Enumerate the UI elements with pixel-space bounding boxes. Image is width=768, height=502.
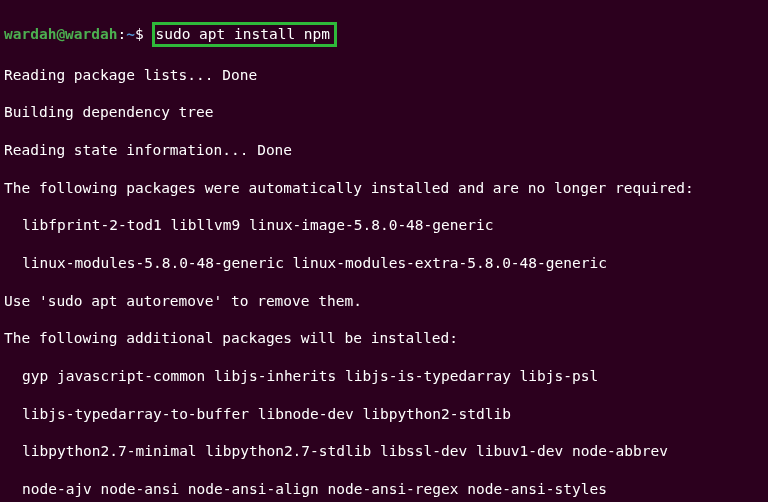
- command-highlight-box: sudo apt install npm: [152, 22, 337, 47]
- output-line: gyp javascript-common libjs-inherits lib…: [4, 367, 764, 386]
- output-line: linux-modules-5.8.0-48-generic linux-mod…: [4, 254, 764, 273]
- output-line: libfprint-2-tod1 libllvm9 linux-image-5.…: [4, 216, 764, 235]
- output-line: node-ajv node-ansi node-ansi-align node-…: [4, 480, 764, 499]
- output-line: libjs-typedarray-to-buffer libnode-dev l…: [4, 405, 764, 424]
- command-text[interactable]: sudo apt install npm: [155, 26, 330, 42]
- prompt-dollar: $: [135, 26, 152, 42]
- terminal-output: wardah@wardah:~$ sudo apt install npm Re…: [4, 3, 764, 502]
- output-line: The following packages were automaticall…: [4, 179, 764, 198]
- prompt-line: wardah@wardah:~$ sudo apt install npm: [4, 22, 764, 47]
- output-line: Building dependency tree: [4, 103, 764, 122]
- prompt-tilde: ~: [126, 26, 135, 42]
- prompt-user: wardah@wardah: [4, 26, 118, 42]
- output-line: Reading package lists... Done: [4, 66, 764, 85]
- output-line: The following additional packages will b…: [4, 329, 764, 348]
- output-line: Reading state information... Done: [4, 141, 764, 160]
- output-line: Use 'sudo apt autoremove' to remove them…: [4, 292, 764, 311]
- prompt-colon: :: [118, 26, 127, 42]
- output-line: libpython2.7-minimal libpython2.7-stdlib…: [4, 442, 764, 461]
